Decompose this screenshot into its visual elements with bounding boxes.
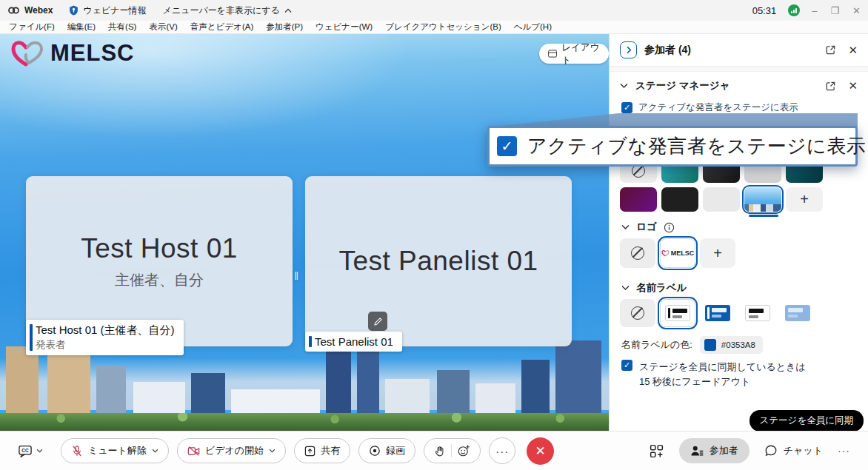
start-video-label: ビデオの開始: [205, 444, 264, 457]
menu-help[interactable]: ヘルプ(H): [514, 21, 552, 33]
menu-webinar[interactable]: ウェビナー(W): [316, 21, 373, 33]
raise-hand-icon[interactable]: [434, 445, 446, 457]
sync-stage-button[interactable]: ステージを全員に同期: [750, 410, 864, 432]
share-button[interactable]: 共有: [294, 438, 350, 463]
record-button[interactable]: 録画: [358, 438, 415, 463]
participants-panel-header: 参加者 (4) ✕: [610, 34, 868, 67]
logo-melsc-label: MELSC: [671, 249, 695, 257]
info-icon[interactable]: [664, 222, 675, 233]
camera-off-icon: [187, 446, 200, 457]
melsc-heart-icon: [10, 38, 44, 68]
meeting-timer: 05:31: [752, 5, 777, 16]
video-tile-panelist[interactable]: Test Panelist 01: [305, 176, 572, 346]
webex-window: Webex ウェビナー情報 メニューバーを非表示にする 05:31 –: [0, 0, 868, 470]
active-speaker-checkbox[interactable]: ✓: [621, 102, 632, 113]
background-photo-option-selected[interactable]: [744, 187, 781, 212]
menu-file[interactable]: ファイル(F): [9, 21, 55, 33]
logo-none-option[interactable]: [620, 238, 655, 268]
name-label-style-1-selected[interactable]: [660, 299, 695, 327]
background-option[interactable]: [620, 187, 657, 212]
name-label-color-picker[interactable]: #0353A8: [700, 336, 763, 354]
menu-audio-video[interactable]: 音声とビデオ(A): [190, 21, 253, 33]
unmute-button[interactable]: ミュート解除: [61, 438, 169, 463]
menu-participants[interactable]: 参加者(P): [266, 21, 303, 33]
city-skyline: [0, 343, 609, 431]
layout-icon: [548, 49, 557, 58]
chevron-down-icon[interactable]: [621, 285, 630, 291]
side-panel: 参加者 (4) ✕ ステージ マネージャ ✕: [609, 34, 868, 431]
participants-label: 参加者: [710, 444, 738, 457]
color-swatch: [704, 339, 716, 351]
edit-name-label-button[interactable]: [368, 312, 387, 331]
more-options-button[interactable]: ···: [489, 437, 515, 464]
sync-fadeout-checkbox[interactable]: ✓: [621, 360, 632, 371]
leave-meeting-button[interactable]: ✕: [527, 437, 554, 465]
reactions-emoji-icon[interactable]: [457, 444, 470, 457]
name-label-section-title: 名前ラベル: [636, 281, 687, 295]
layout-button[interactable]: レイアウト: [539, 44, 609, 64]
chevron-down-icon[interactable]: [620, 83, 628, 89]
popout-icon[interactable]: [825, 81, 836, 92]
name-label-color-label: 名前ラベルの色:: [621, 338, 692, 352]
add-logo-button[interactable]: +: [700, 238, 735, 268]
panelist-name-label: Test Panelist 01: [305, 332, 402, 352]
chat-button[interactable]: チャット: [764, 444, 823, 457]
menu-view[interactable]: 表示(V): [149, 21, 177, 33]
title-bar: Webex ウェビナー情報 メニューバーを非表示にする 05:31 –: [0, 0, 868, 21]
add-background-button[interactable]: +: [786, 187, 823, 212]
host-label-line1: Test Host 01 (主催者、自分): [36, 323, 175, 338]
webex-app-name: Webex: [24, 5, 53, 16]
active-speaker-checkbox-magnified[interactable]: ✓: [497, 136, 517, 156]
menu-breakout[interactable]: ブレイクアウトセッション(B): [385, 21, 501, 33]
closed-captions-button[interactable]: CC: [18, 445, 43, 457]
sync-fadeout-line1: ステージを全員に同期しているときは: [639, 360, 806, 375]
reactions-group: [424, 438, 481, 463]
close-panel-icon[interactable]: ✕: [848, 44, 858, 57]
overflow-menu-button[interactable]: ···: [838, 445, 850, 457]
minimize-button[interactable]: –: [812, 5, 817, 16]
background-option[interactable]: [661, 187, 698, 212]
name-label-none-option[interactable]: [620, 299, 655, 327]
participants-panel-toggle[interactable]: 参加者: [679, 438, 750, 463]
none-icon: [631, 306, 644, 320]
record-label: 録画: [386, 444, 405, 457]
panelist-label-line1: Test Panelist 01: [315, 335, 393, 348]
chevron-down-icon: [36, 449, 43, 453]
name-label-color-row: 名前ラベルの色: #0353A8: [621, 336, 763, 354]
sync-fadeout-checkbox-row[interactable]: ✓ ステージを全員に同期しているときは 15 秒後にフェードアウト: [621, 360, 806, 389]
logo-section-title: ロゴ: [636, 221, 657, 234]
pencil-icon: [373, 317, 383, 326]
none-icon: [631, 246, 644, 260]
collapse-panel-button[interactable]: [620, 41, 637, 58]
participants-icon: [690, 445, 704, 457]
webinar-info-button[interactable]: ウェビナー情報: [69, 4, 146, 17]
connection-quality-icon[interactable]: [788, 4, 800, 16]
name-label-style-2[interactable]: [700, 299, 735, 327]
popout-icon[interactable]: [825, 44, 836, 56]
maximize-button[interactable]: ❐: [830, 5, 839, 16]
name-label-style-3[interactable]: [740, 299, 775, 327]
host-name-label: Test Host 01 (主催者、自分) 発表者: [26, 320, 184, 355]
shield-icon: [69, 5, 79, 16]
apps-icon[interactable]: [649, 443, 664, 459]
menu-edit[interactable]: 編集(E): [67, 21, 96, 33]
chat-icon: [764, 444, 778, 457]
close-button[interactable]: ✕: [852, 5, 861, 16]
name-label-style-4[interactable]: [780, 299, 815, 327]
start-video-button[interactable]: ビデオの開始: [177, 438, 286, 463]
melsc-heart-icon: [661, 249, 670, 257]
background-option[interactable]: [703, 187, 740, 212]
menu-share[interactable]: 共有(S): [108, 21, 136, 33]
stage-manager-header: ステージ マネージャ ✕: [610, 72, 868, 100]
tile-resize-handle[interactable]: ‖: [294, 269, 299, 282]
chevron-down-icon[interactable]: [621, 224, 630, 230]
hide-menubar-button[interactable]: メニューバーを非表示にする: [163, 4, 292, 17]
logo-melsc-option-selected[interactable]: MELSC: [660, 238, 695, 268]
stage-manager-title: ステージ マネージャ: [635, 79, 730, 93]
close-stage-manager-icon[interactable]: ✕: [848, 79, 858, 93]
host-label-line2: 発表者: [36, 338, 175, 352]
webex-logo: Webex: [7, 5, 53, 16]
chat-label: チャット: [784, 444, 823, 457]
share-screen-icon: [304, 446, 316, 457]
menu-bar: ファイル(F) 編集(E) 共有(S) 表示(V) 音声とビデオ(A) 参加者(…: [0, 21, 868, 34]
